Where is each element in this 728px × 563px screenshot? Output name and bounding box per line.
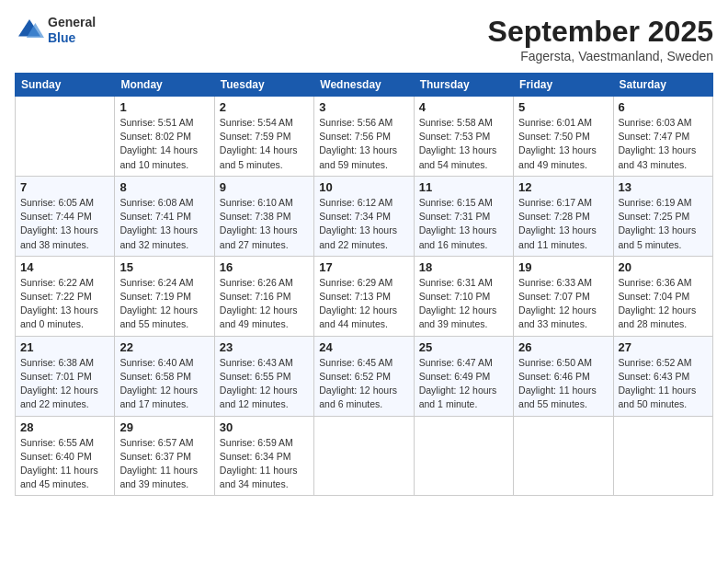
day-number: 17 bbox=[319, 260, 408, 274]
day-info: Sunrise: 6:10 AMSunset: 7:38 PMDaylight:… bbox=[220, 196, 309, 252]
calendar-cell: 1Sunrise: 5:51 AMSunset: 8:02 PMDaylight… bbox=[115, 97, 214, 177]
logo-general: General bbox=[48, 15, 96, 30]
column-header-sunday: Sunday bbox=[16, 74, 115, 97]
day-info: Sunrise: 6:55 AMSunset: 6:40 PMDaylight:… bbox=[20, 436, 109, 492]
day-number: 16 bbox=[220, 260, 309, 274]
day-info: Sunrise: 6:38 AMSunset: 7:01 PMDaylight:… bbox=[20, 356, 109, 412]
day-number: 24 bbox=[319, 340, 408, 354]
day-info: Sunrise: 5:56 AMSunset: 7:56 PMDaylight:… bbox=[319, 116, 408, 172]
day-number: 28 bbox=[20, 420, 109, 434]
day-info: Sunrise: 6:05 AMSunset: 7:44 PMDaylight:… bbox=[20, 196, 109, 252]
calendar-cell: 13Sunrise: 6:19 AMSunset: 7:25 PMDayligh… bbox=[613, 176, 712, 256]
day-info: Sunrise: 6:19 AMSunset: 7:25 PMDaylight:… bbox=[619, 196, 708, 252]
calendar-cell: 14Sunrise: 6:22 AMSunset: 7:22 PMDayligh… bbox=[16, 256, 115, 336]
calendar-cell: 12Sunrise: 6:17 AMSunset: 7:28 PMDayligh… bbox=[514, 176, 613, 256]
logo-text: General Blue bbox=[48, 15, 96, 46]
calendar-cell: 27Sunrise: 6:52 AMSunset: 6:43 PMDayligh… bbox=[613, 336, 712, 416]
day-info: Sunrise: 6:24 AMSunset: 7:19 PMDaylight:… bbox=[119, 276, 209, 332]
calendar-cell: 19Sunrise: 6:33 AMSunset: 7:07 PMDayligh… bbox=[514, 256, 613, 336]
day-number: 25 bbox=[419, 340, 508, 354]
day-info: Sunrise: 6:01 AMSunset: 7:50 PMDaylight:… bbox=[518, 116, 608, 172]
page-header: General Blue September 2025 Fagersta, Va… bbox=[15, 15, 713, 63]
calendar-header-row: SundayMondayTuesdayWednesdayThursdayFrid… bbox=[16, 74, 713, 97]
calendar-cell: 5Sunrise: 6:01 AMSunset: 7:50 PMDaylight… bbox=[514, 97, 613, 177]
day-info: Sunrise: 6:08 AMSunset: 7:41 PMDaylight:… bbox=[119, 196, 209, 252]
location: Fagersta, Vaestmanland, Sweden bbox=[488, 49, 713, 63]
day-info: Sunrise: 6:40 AMSunset: 6:58 PMDaylight:… bbox=[119, 356, 209, 412]
day-number: 12 bbox=[518, 180, 608, 194]
day-number: 30 bbox=[220, 420, 309, 434]
calendar-cell: 22Sunrise: 6:40 AMSunset: 6:58 PMDayligh… bbox=[115, 336, 214, 416]
day-info: Sunrise: 6:50 AMSunset: 6:46 PMDaylight:… bbox=[518, 356, 608, 412]
calendar-week-4: 21Sunrise: 6:38 AMSunset: 7:01 PMDayligh… bbox=[16, 336, 713, 416]
day-info: Sunrise: 6:43 AMSunset: 6:55 PMDaylight:… bbox=[220, 356, 309, 412]
day-info: Sunrise: 6:57 AMSunset: 6:37 PMDaylight:… bbox=[119, 436, 209, 492]
logo: General Blue bbox=[15, 15, 96, 46]
calendar-cell: 28Sunrise: 6:55 AMSunset: 6:40 PMDayligh… bbox=[16, 416, 115, 496]
day-info: Sunrise: 5:54 AMSunset: 7:59 PMDaylight:… bbox=[220, 116, 309, 172]
calendar-cell: 4Sunrise: 5:58 AMSunset: 7:53 PMDaylight… bbox=[414, 97, 513, 177]
calendar-cell: 24Sunrise: 6:45 AMSunset: 6:52 PMDayligh… bbox=[314, 336, 414, 416]
calendar-cell: 29Sunrise: 6:57 AMSunset: 6:37 PMDayligh… bbox=[115, 416, 214, 496]
day-info: Sunrise: 6:22 AMSunset: 7:22 PMDaylight:… bbox=[20, 276, 109, 332]
day-number: 29 bbox=[119, 420, 209, 434]
calendar-cell: 26Sunrise: 6:50 AMSunset: 6:46 PMDayligh… bbox=[514, 336, 613, 416]
calendar-week-5: 28Sunrise: 6:55 AMSunset: 6:40 PMDayligh… bbox=[16, 416, 713, 496]
calendar-week-2: 7Sunrise: 6:05 AMSunset: 7:44 PMDaylight… bbox=[16, 176, 713, 256]
column-header-wednesday: Wednesday bbox=[314, 74, 414, 97]
day-number: 11 bbox=[419, 180, 508, 194]
day-number: 27 bbox=[619, 340, 708, 354]
day-number: 26 bbox=[518, 340, 608, 354]
title-block: September 2025 Fagersta, Vaestmanland, S… bbox=[488, 15, 713, 63]
calendar-week-3: 14Sunrise: 6:22 AMSunset: 7:22 PMDayligh… bbox=[16, 256, 713, 336]
month-title: September 2025 bbox=[488, 15, 713, 49]
day-info: Sunrise: 6:52 AMSunset: 6:43 PMDaylight:… bbox=[619, 356, 708, 412]
calendar-cell: 18Sunrise: 6:31 AMSunset: 7:10 PMDayligh… bbox=[414, 256, 513, 336]
day-number: 18 bbox=[419, 260, 508, 274]
column-header-tuesday: Tuesday bbox=[214, 74, 313, 97]
day-info: Sunrise: 5:58 AMSunset: 7:53 PMDaylight:… bbox=[419, 116, 508, 172]
day-number: 23 bbox=[220, 340, 309, 354]
calendar-cell bbox=[613, 416, 712, 496]
calendar-cell: 3Sunrise: 5:56 AMSunset: 7:56 PMDaylight… bbox=[314, 97, 414, 177]
calendar-cell: 7Sunrise: 6:05 AMSunset: 7:44 PMDaylight… bbox=[16, 176, 115, 256]
day-number: 6 bbox=[619, 100, 708, 114]
day-info: Sunrise: 6:59 AMSunset: 6:34 PMDaylight:… bbox=[220, 436, 309, 492]
calendar-cell bbox=[514, 416, 613, 496]
day-number: 19 bbox=[518, 260, 608, 274]
calendar-cell: 15Sunrise: 6:24 AMSunset: 7:19 PMDayligh… bbox=[115, 256, 214, 336]
day-info: Sunrise: 6:29 AMSunset: 7:13 PMDaylight:… bbox=[319, 276, 408, 332]
calendar-cell bbox=[16, 97, 115, 177]
day-number: 14 bbox=[20, 260, 109, 274]
column-header-saturday: Saturday bbox=[613, 74, 712, 97]
day-number: 21 bbox=[20, 340, 109, 354]
calendar-cell: 25Sunrise: 6:47 AMSunset: 6:49 PMDayligh… bbox=[414, 336, 513, 416]
calendar-table: SundayMondayTuesdayWednesdayThursdayFrid… bbox=[15, 73, 713, 496]
calendar-week-1: 1Sunrise: 5:51 AMSunset: 8:02 PMDaylight… bbox=[16, 97, 713, 177]
day-info: Sunrise: 6:36 AMSunset: 7:04 PMDaylight:… bbox=[619, 276, 708, 332]
calendar-cell bbox=[414, 416, 513, 496]
day-info: Sunrise: 6:26 AMSunset: 7:16 PMDaylight:… bbox=[220, 276, 309, 332]
day-number: 10 bbox=[319, 180, 408, 194]
calendar-cell: 30Sunrise: 6:59 AMSunset: 6:34 PMDayligh… bbox=[214, 416, 313, 496]
logo-icon bbox=[15, 16, 44, 45]
day-number: 4 bbox=[419, 100, 508, 114]
day-number: 22 bbox=[119, 340, 209, 354]
calendar-cell: 17Sunrise: 6:29 AMSunset: 7:13 PMDayligh… bbox=[314, 256, 414, 336]
calendar-cell: 16Sunrise: 6:26 AMSunset: 7:16 PMDayligh… bbox=[214, 256, 313, 336]
day-info: Sunrise: 6:03 AMSunset: 7:47 PMDaylight:… bbox=[619, 116, 708, 172]
day-number: 2 bbox=[220, 100, 309, 114]
day-info: Sunrise: 6:33 AMSunset: 7:07 PMDaylight:… bbox=[518, 276, 608, 332]
calendar-cell: 20Sunrise: 6:36 AMSunset: 7:04 PMDayligh… bbox=[613, 256, 712, 336]
day-info: Sunrise: 6:45 AMSunset: 6:52 PMDaylight:… bbox=[319, 356, 408, 412]
calendar-cell: 21Sunrise: 6:38 AMSunset: 7:01 PMDayligh… bbox=[16, 336, 115, 416]
calendar-cell: 8Sunrise: 6:08 AMSunset: 7:41 PMDaylight… bbox=[115, 176, 214, 256]
day-number: 3 bbox=[319, 100, 408, 114]
calendar-cell bbox=[314, 416, 414, 496]
calendar-cell: 11Sunrise: 6:15 AMSunset: 7:31 PMDayligh… bbox=[414, 176, 513, 256]
calendar-cell: 23Sunrise: 6:43 AMSunset: 6:55 PMDayligh… bbox=[214, 336, 313, 416]
day-info: Sunrise: 6:47 AMSunset: 6:49 PMDaylight:… bbox=[419, 356, 508, 412]
day-number: 1 bbox=[119, 100, 209, 114]
column-header-friday: Friday bbox=[514, 74, 613, 97]
calendar-cell: 6Sunrise: 6:03 AMSunset: 7:47 PMDaylight… bbox=[613, 97, 712, 177]
